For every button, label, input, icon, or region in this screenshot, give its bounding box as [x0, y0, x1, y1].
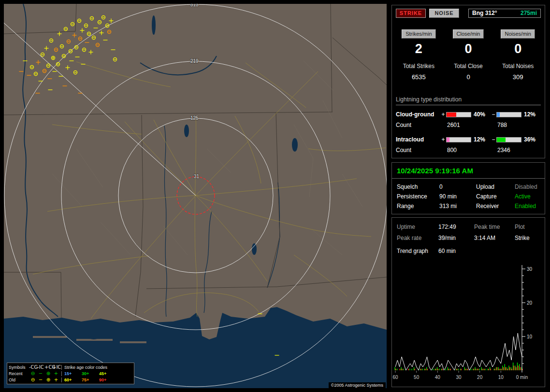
nexstorm-app: { "window": { "copyright": "©2005 Astrog… [0, 0, 550, 392]
ic-pos-old-icon: + [52, 377, 60, 382]
strikes-per-min-button[interactable]: Strikes/min [402, 29, 435, 39]
cg-neg-old-icon: ⊖ [29, 377, 37, 382]
x-tick-label: 30 [456, 375, 462, 380]
legend-old-label: Old [9, 378, 29, 382]
noise-indicator[interactable]: NOISE [429, 9, 459, 18]
plot-label: Plot [515, 224, 543, 230]
cg-minute-bar [420, 369, 421, 370]
cg-neg-count: 788 [491, 122, 541, 128]
peak-time-label: Peak time [474, 224, 515, 230]
indicator-bar: STRIKE NOISE Bng 312° 275mi [396, 9, 541, 18]
cg-minute-bar [476, 369, 477, 370]
ic-minute-bar [515, 365, 516, 370]
barrier-island [33, 336, 67, 338]
noises-per-min-value: 0 [514, 42, 521, 56]
count-label: Count [396, 147, 440, 154]
receiver-label: Receiver [476, 203, 515, 210]
cg-minute-bar [467, 369, 468, 370]
y-tick-label: 20 [527, 300, 533, 306]
ic-minute-bar [456, 369, 457, 370]
barrier-island [120, 341, 146, 343]
ic-neg-count: 2346 [491, 147, 541, 154]
ic-minute-bar [505, 364, 506, 370]
plus-sign: + [440, 136, 446, 143]
counters-section: STRIKE NOISE Bng 312° 275mi Strikes/min … [391, 5, 545, 158]
cg-minute-bar [520, 367, 521, 370]
receiver-status-section: 10/24/2025 9:19:16 AM Squelch 0 Upload D… [391, 162, 545, 214]
age-90: 90+ [99, 378, 116, 382]
upload-value: Disabled [515, 183, 543, 190]
status-rows: Squelch 0 Upload Disabled Persistence 90… [397, 182, 543, 211]
total-noises-value: 309 [513, 73, 523, 81]
uptime-value: 172:49 [438, 224, 474, 230]
ic-minute-bar [448, 367, 449, 370]
y-tick-label: 10 [527, 334, 533, 339]
close-column: Close/min 0 Total Close 0 [444, 29, 493, 81]
ring-label-125: 125 [190, 115, 199, 121]
noises-per-min-button[interactable]: Noises/min [501, 29, 535, 39]
cg-pos-percent: 40% [471, 111, 491, 118]
cg-minute-bar [501, 369, 502, 370]
divider [392, 178, 545, 179]
ic-minute-bar [449, 369, 450, 370]
total-close-label: Total Close [454, 63, 482, 70]
upload-label: Upload [476, 183, 515, 190]
bearing-distance: 275mi [521, 9, 537, 17]
x-tick-label: 20 [477, 375, 483, 380]
cg-minute-bar [503, 367, 504, 370]
ic-minute-bar [424, 369, 425, 370]
x-tick-label: 50 [414, 375, 420, 380]
cg-minute-bar [457, 369, 458, 370]
trend-chart: 1020306050403020100 min [392, 258, 545, 387]
cg-minute-bar [465, 369, 466, 370]
ring-label-219: 219 [190, 58, 199, 64]
age-codes-row1: 15+ 30+ 45+ [61, 371, 132, 376]
total-close-value: 0 [466, 73, 470, 81]
legend-recent-label: Recent [9, 371, 29, 376]
cg-minute-bar [474, 369, 475, 370]
peak-rate-label: Peak rate [397, 235, 438, 241]
ic-minute-bar [494, 369, 495, 370]
ic-minute-bar [511, 367, 512, 370]
x-tick-label: 40 [435, 375, 441, 380]
age-60: 60+ [64, 378, 82, 382]
legend-header-row: Symbols -CG -IC +CG +IC Strike age color… [9, 364, 132, 370]
cg-minute-bar [491, 369, 492, 370]
cg-pos-recent-icon: ⊕ [44, 371, 52, 376]
age-75: 75+ [82, 378, 99, 382]
ic-minute-bar [397, 369, 398, 370]
ring-label-31: 31 [194, 174, 199, 180]
stats-row: Peak rate 39/min 3:14 AM Strike [397, 233, 543, 243]
map-display[interactable]: 313 219 125 31 Symbols -CG -IC +CG +IC S… [4, 4, 387, 388]
intracloud-counts: Count 800 2346 [396, 144, 541, 156]
cg-minute-bar [435, 369, 436, 370]
ic-minute-bar [485, 369, 486, 370]
ic-minute-bar [479, 369, 480, 370]
plot-value: Strike [515, 235, 543, 241]
cg-minute-bar [461, 369, 462, 370]
strike-indicator[interactable]: STRIKE [396, 9, 426, 18]
close-per-min-button[interactable]: Close/min [453, 29, 484, 39]
trend-graph-label: Trend graph [397, 248, 438, 254]
squelch-label: Squelch [397, 183, 439, 190]
ic-minute-bar [464, 367, 465, 370]
age-15: 15+ [64, 371, 82, 376]
ic-minute-bar [409, 369, 410, 370]
cg-minute-bar [450, 369, 451, 370]
ic-minute-bar [420, 369, 421, 370]
stats-row: Uptime 172:49 Peak time Plot [397, 222, 543, 232]
ic-pos-bar [446, 137, 471, 142]
capture-label: Capture [476, 193, 515, 200]
cg-minute-bar [494, 369, 495, 370]
ic-minute-bar [498, 367, 499, 370]
ic-minute-bar [445, 369, 446, 370]
intracloud-row: Intracloud + 12% − 36% [396, 135, 541, 144]
cg-neg-bar [496, 112, 521, 117]
cg-minute-bar [395, 369, 396, 370]
ic-minute-bar [488, 369, 489, 370]
peak-time-value: 3:14 AM [474, 235, 515, 241]
cloud-ground-counts: Count 2601 788 [396, 119, 541, 131]
cg-minute-bar [478, 369, 478, 370]
ic-minute-bar [477, 369, 478, 370]
cg-minute-bar [507, 369, 508, 370]
